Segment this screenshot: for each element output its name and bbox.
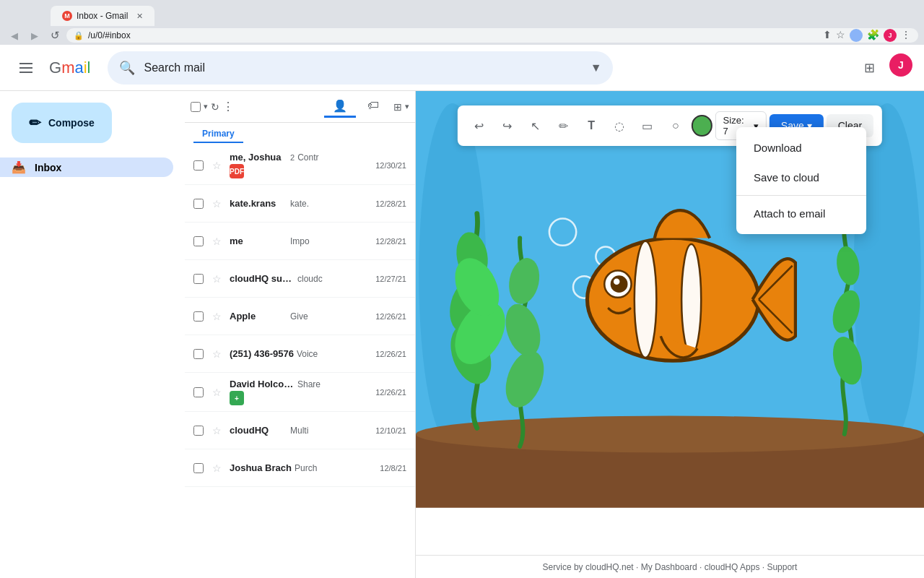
star-button[interactable]: ☆ [209, 423, 224, 438]
tab-close-icon[interactable]: ✕ [136, 12, 143, 21]
email-sender: kate.krans [230, 198, 287, 209]
star-button[interactable]: ☆ [209, 158, 224, 173]
arrow-tool-button[interactable]: ↖ [523, 113, 548, 139]
select-dropdown-button[interactable]: ▾ [204, 102, 208, 111]
gmail-logo: Gmail [49, 59, 90, 77]
text-tool-button[interactable]: T [579, 113, 604, 139]
table-row[interactable]: ☆ kate.krans kate. 12/28/21 [185, 185, 415, 223]
reload-button[interactable]: ↺ [46, 27, 64, 44]
back-button[interactable]: ◀ [6, 27, 23, 44]
select-all-checkbox[interactable] [191, 102, 201, 112]
social-icon: 🏷 [367, 99, 379, 111]
star-button[interactable]: ☆ [209, 234, 224, 249]
table-row[interactable]: ☆ (251) 436-9576 Voice 12/26/21 [185, 335, 415, 373]
search-filter-icon[interactable]: ▼ [590, 61, 602, 74]
email-checkbox[interactable] [193, 463, 204, 473]
redo-icon: ↪ [502, 119, 512, 133]
view-dropdown-button[interactable]: ▾ [405, 102, 409, 111]
email-preview: Purch [295, 463, 371, 473]
puzzle-icon[interactable]: 🧩 [867, 29, 879, 42]
undo-icon: ↩ [474, 119, 484, 133]
refresh-button[interactable]: ↻ [211, 101, 219, 113]
tab-favicon: M [62, 11, 72, 21]
table-row[interactable]: ☆ cloudHQ Multi 12/10/21 [185, 412, 415, 449]
star-button[interactable]: ☆ [209, 272, 224, 286]
attach-to-email-menu-item[interactable]: Attach to email [736, 199, 866, 228]
eraser-tool-button[interactable]: ◌ [607, 113, 632, 139]
bookmark-icon[interactable]: ☆ [836, 29, 845, 42]
table-row[interactable]: ☆ cloudHQ support cloudc 12/27/21 [185, 260, 415, 298]
table-row[interactable]: ☆ me, Joshua 2 Contr PDF 12/30/21 [185, 146, 415, 185]
inbox-label: Inbox [35, 162, 61, 173]
email-checkbox[interactable] [193, 387, 204, 397]
user-avatar[interactable]: J [889, 53, 912, 77]
email-sender: cloudHQ support [230, 273, 295, 284]
email-date: 12/27/21 [375, 275, 406, 283]
rect-tool-button[interactable]: ▭ [635, 113, 660, 139]
email-checkbox[interactable] [193, 199, 204, 209]
email-sender: Apple [230, 311, 287, 322]
email-sender: David Holcomb (via . [230, 379, 295, 389]
download-menu-item[interactable]: Download [736, 133, 866, 163]
save-to-cloud-menu-item[interactable]: Save to cloud [736, 163, 866, 192]
undo-button[interactable]: ↩ [466, 113, 492, 139]
email-checkbox[interactable] [193, 426, 204, 436]
email-preview: Voice [297, 349, 367, 359]
search-input[interactable] [144, 61, 581, 74]
address-bar[interactable]: 🔒 /u/0/#inbox ⬆ ☆ 🧩 J ⋮ [66, 28, 918, 43]
arrow-icon: ↖ [531, 119, 540, 133]
email-sender: Joshua Brach [230, 462, 292, 473]
drawing-area[interactable]: ↩ ↪ ↖ ✏ T ◌ ▭ [416, 91, 924, 578]
email-date: 12/10/21 [375, 426, 406, 435]
browser-tab[interactable]: M Inbox - Gmail ✕ [51, 6, 154, 26]
rect-icon: ▭ [642, 119, 653, 133]
search-bar[interactable]: 🔍 ▼ [108, 51, 613, 85]
star-button[interactable]: ☆ [209, 385, 224, 400]
email-checkbox[interactable] [193, 160, 204, 171]
compose-label: Compose [48, 117, 95, 129]
color-picker[interactable] [691, 115, 712, 137]
sidebar: ✏ Compose 📥 Inbox [0, 91, 185, 578]
star-button[interactable]: ☆ [209, 347, 224, 361]
chrome-menu-icon[interactable]: ⋮ [901, 29, 911, 42]
email-checkbox[interactable] [193, 236, 204, 246]
apps-button[interactable]: ⊞ [855, 53, 884, 82]
table-row[interactable]: ☆ Joshua Brach Purch 12/8/21 [185, 449, 415, 487]
email-sender: (251) 436-9576 [230, 348, 294, 359]
header-icons: ⊞ J [855, 53, 912, 82]
attach-email-label: Attach to email [754, 207, 825, 220]
email-checkbox[interactable] [193, 349, 204, 359]
profile-avatar[interactable]: J [884, 29, 897, 42]
pen-tool-button[interactable]: ✏ [551, 113, 576, 139]
more-options-button[interactable]: ⋮ [222, 100, 234, 113]
compose-icon: ✏ [29, 114, 41, 131]
email-preview: Share [297, 379, 367, 389]
star-button[interactable]: ☆ [209, 461, 224, 475]
sidebar-item-inbox[interactable]: 📥 Inbox [0, 158, 173, 177]
primary-tab[interactable]: 👤 [324, 96, 356, 118]
email-count: 2 [290, 153, 295, 162]
email-checkbox[interactable] [193, 274, 204, 284]
table-row[interactable]: ☆ Apple Give 12/26/21 [185, 298, 415, 335]
star-button[interactable]: ☆ [209, 197, 224, 211]
email-sender: me, Joshua [230, 152, 287, 163]
share-icon[interactable]: ⬆ [823, 29, 832, 42]
table-row[interactable]: ☆ me Impo 12/28/21 [185, 223, 415, 260]
inbox-icon: 📥 [12, 160, 26, 174]
text-icon: T [588, 119, 595, 132]
star-button[interactable]: ☆ [209, 309, 224, 324]
gmail-header: Gmail 🔍 ▼ ⊞ J [0, 45, 924, 91]
list-view-button[interactable]: ⊞ [393, 101, 402, 113]
menu-button[interactable] [12, 53, 40, 82]
email-preview: Contr [297, 152, 367, 163]
table-row[interactable]: ☆ David Holcomb (via . Share + 12/26/21 [185, 373, 415, 412]
primary-tab-label[interactable]: Primary [193, 126, 243, 143]
email-checkbox[interactable] [193, 311, 204, 322]
compose-button[interactable]: ✏ Compose [12, 103, 112, 143]
forward-button[interactable]: ▶ [26, 27, 43, 44]
social-tab[interactable]: 🏷 [359, 96, 388, 118]
circle-tool-button[interactable]: ○ [663, 113, 688, 139]
svg-point-29 [611, 275, 628, 293]
email-preview: Impo [290, 236, 367, 246]
redo-button[interactable]: ↪ [494, 113, 520, 139]
